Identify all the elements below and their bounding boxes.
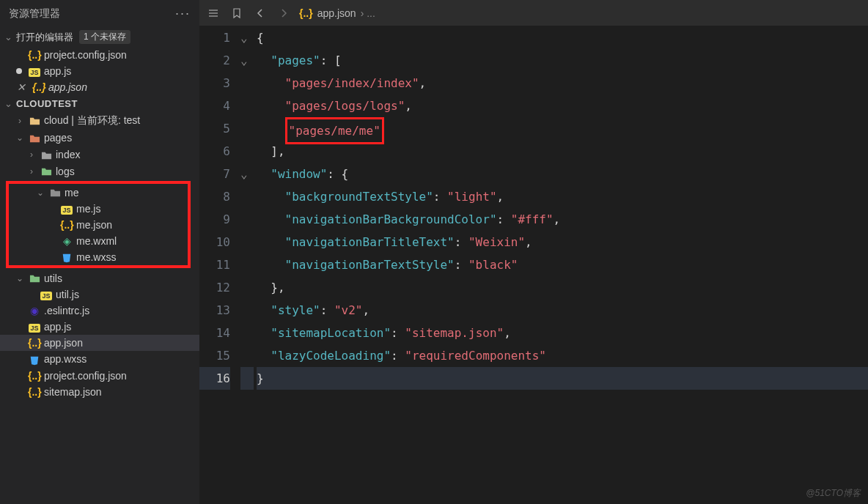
tree-label: me.wxml xyxy=(76,235,117,247)
editor-tabbar: {..} app.json › ... xyxy=(199,0,868,26)
tree-label: cloud | 当前环境: test xyxy=(44,114,140,127)
folder-item[interactable]: ›logs xyxy=(0,163,199,180)
tree-label: app.wxss xyxy=(44,353,87,365)
explorer-header: 资源管理器 ··· xyxy=(0,0,199,27)
tree-label: app.js xyxy=(44,321,71,333)
file-label: project.config.json xyxy=(44,49,127,61)
folder-item[interactable]: ⌄me xyxy=(9,184,188,201)
explorer-title: 资源管理器 xyxy=(9,7,60,21)
fold-column[interactable]: ⌄⌄⌄ xyxy=(240,26,254,504)
highlight-box: ⌄meJSme.js{..}me.json◈me.wxmlme.wxss xyxy=(6,181,191,268)
chevron-icon: › xyxy=(15,116,25,126)
tree-label: logs xyxy=(56,166,75,177)
line-gutter: 12345678910111213141516 xyxy=(199,26,240,504)
breadcrumb-rest: › ... xyxy=(361,7,375,19)
chevron-icon: ⌄ xyxy=(15,273,25,284)
folder-item[interactable]: ›index xyxy=(0,147,199,163)
project-section[interactable]: ⌄ CLOUDTEST xyxy=(0,95,199,112)
more-icon[interactable]: ··· xyxy=(175,6,191,21)
modified-dot-icon xyxy=(16,68,22,74)
chevron-icon: ⌄ xyxy=(35,188,45,198)
file-item[interactable]: ◉.eslintrc.js xyxy=(0,303,199,319)
list-icon[interactable] xyxy=(205,7,221,20)
breadcrumb[interactable]: {..} app.json › ... xyxy=(299,7,375,19)
open-editor-item[interactable]: ✕{..}app.json xyxy=(0,79,199,95)
nav-back-icon[interactable] xyxy=(252,7,268,20)
tree-label: .eslintrc.js xyxy=(44,305,89,316)
tree-label: sitemap.json xyxy=(44,386,102,398)
file-item[interactable]: me.wxss xyxy=(9,249,188,265)
file-item[interactable]: app.wxss xyxy=(0,351,199,367)
tree-label: pages xyxy=(44,132,72,144)
open-editors-section[interactable]: ⌄ 打开的编辑器 1 个未保存 xyxy=(0,27,199,47)
close-icon[interactable]: ✕ xyxy=(17,81,27,93)
tree-label: utils xyxy=(44,273,62,284)
chevron-icon: › xyxy=(26,166,37,177)
file-item[interactable]: {..}sitemap.json xyxy=(0,384,199,400)
file-item[interactable]: JSapp.js xyxy=(0,319,199,335)
tree-label: me.json xyxy=(76,219,112,231)
file-item[interactable]: JSme.js xyxy=(9,201,188,217)
file-item[interactable]: {..}project.config.json xyxy=(0,368,199,384)
tree-label: me.wxss xyxy=(76,251,116,263)
open-editors-label: 打开的编辑器 xyxy=(16,31,73,44)
unsaved-badge: 1 个未保存 xyxy=(79,30,130,44)
code-content[interactable]: { "pages": [ "pages/index/index", "pages… xyxy=(254,26,868,504)
tree-label: project.config.json xyxy=(44,370,127,382)
tree-label: app.json xyxy=(44,337,83,349)
explorer-sidebar: 资源管理器 ··· ⌄ 打开的编辑器 1 个未保存 {..}project.co… xyxy=(0,0,199,504)
chevron-icon: › xyxy=(26,149,37,160)
file-label: app.js xyxy=(44,65,71,77)
tree-label: me.js xyxy=(76,203,100,215)
file-label: app.json xyxy=(48,81,87,93)
file-item[interactable]: {..}app.json xyxy=(0,335,199,351)
editor-pane: {..} app.json › ... 12345678910111213141… xyxy=(199,0,868,504)
nav-forward-icon[interactable] xyxy=(276,7,292,20)
bookmark-icon[interactable] xyxy=(229,7,245,20)
file-item[interactable]: JSutil.js xyxy=(0,286,199,303)
tree-label: index xyxy=(56,149,80,160)
folder-item[interactable]: ›cloud | 当前环境: test xyxy=(0,112,199,130)
file-item[interactable]: {..}me.json xyxy=(9,217,188,233)
tree-label: util.js xyxy=(56,289,79,300)
open-editor-item[interactable]: JSapp.js xyxy=(0,63,199,79)
json-icon: {..} xyxy=(299,7,313,19)
open-editor-item[interactable]: {..}project.config.json xyxy=(0,47,199,63)
code-editor[interactable]: 12345678910111213141516 ⌄⌄⌄ { "pages": [… xyxy=(199,26,868,504)
chevron-down-icon: ⌄ xyxy=(4,32,13,42)
breadcrumb-file: app.json xyxy=(317,7,356,19)
chevron-down-icon: ⌄ xyxy=(4,98,13,109)
folder-item[interactable]: ⌄utils xyxy=(0,270,199,286)
chevron-icon: ⌄ xyxy=(15,133,25,143)
folder-item[interactable]: ⌄pages xyxy=(0,130,199,147)
watermark: @51CTO博客 xyxy=(806,487,861,500)
tree-label: me xyxy=(65,187,78,199)
project-name: CLOUDTEST xyxy=(16,98,78,109)
file-item[interactable]: ◈me.wxml xyxy=(9,233,188,249)
